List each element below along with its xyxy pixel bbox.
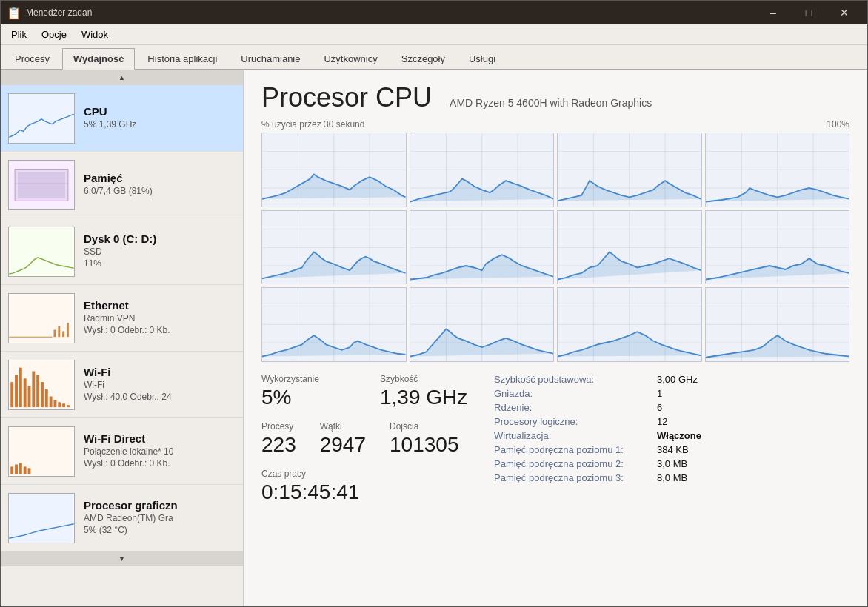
info-row-5: Pamięć podręczna poziomu 1: 384 KB [494,444,849,455]
core-svg-11 [706,288,849,361]
info-key-6: Pamięć podręczna poziomu 2: [494,458,657,469]
disk-thumbnail [8,227,75,277]
detail-title: Procesor CPU [261,82,432,113]
gpu-sub2: 5% (32 °C) [84,525,236,535]
threads-block: Wątki 2947 [320,421,366,457]
ethernet-info: Ethernet Radmin VPN Wysł.: 0 Odebr.: 0 K… [84,299,236,337]
info-val-7: 8,0 MB [657,472,687,483]
svg-rect-24 [58,402,61,407]
sidebar-item-wifidirect[interactable]: Wi-Fi Direct Połączenie lokalne* 10 Wysł… [1,418,243,485]
core-chart-11 [705,287,850,362]
menu-bar: Plik Opcje Widok [1,24,867,45]
threads-value: 2947 [320,433,366,457]
svg-rect-30 [19,463,22,474]
core-svg-9 [410,288,554,361]
ethernet-name: Ethernet [84,299,236,312]
sidebar-item-wifi[interactable]: Wi-Fi Wi-Fi Wysł.: 40,0 Odebr.: 24 [1,352,243,418]
info-row-0: Szybkość podstawowa: 3,00 GHz [494,374,849,385]
utilization-value: 5% [261,386,350,409]
sidebar-item-disk[interactable]: Dysk 0 (C: D:) SSD 11% [1,218,243,285]
svg-rect-23 [54,400,57,407]
chevron-up-icon: ▲ [118,74,125,81]
menu-plik[interactable]: Plik [4,26,34,43]
memory-sub1: 6,0/7,4 GB (81%) [84,186,236,196]
sidebar-item-gpu[interactable]: Procesor graficzn AMD Radeon(TM) Gra 5% … [1,485,243,551]
disk-info: Dysk 0 (C: D:) SSD 11% [84,232,236,270]
sidebar-scroll-up[interactable]: ▲ [1,70,243,85]
info-key-3: Procesory logiczne: [494,416,657,427]
menu-widok[interactable]: Widok [74,26,116,43]
svg-rect-15 [19,367,22,406]
ethernet-sub1: Radmin VPN [84,313,236,323]
detail-header: Procesor CPU AMD Ryzen 5 4600H with Rade… [261,82,849,113]
utilization-block: Wykorzystanie 5% [261,374,350,409]
gpu-info: Procesor graficzn AMD Radeon(TM) Gra 5% … [84,499,236,537]
wifi-sub1: Wi-Fi [84,380,236,390]
sidebar-scroll-down[interactable]: ▼ [1,551,243,566]
svg-rect-3 [18,172,65,198]
info-row-6: Pamięć podręczna poziomu 2: 3,0 MB [494,458,849,469]
uptime-block: Czas pracy 0:15:45:41 [261,469,494,504]
close-button[interactable]: ✕ [827,1,861,24]
core-svg-8 [262,288,406,361]
memory-info: Pamięć 6,0/7,4 GB (81%) [84,172,236,198]
speed-label: Szybkość [380,374,469,384]
sidebar-item-ethernet[interactable]: Ethernet Radmin VPN Wysł.: 0 Odebr.: 0 K… [1,285,243,352]
wifi-mini-chart [9,360,74,409]
processes-row: Procesy 223 Wątki 2947 Dojścia 101305 [261,421,494,457]
stats-section: Wykorzystanie 5% Szybkość 1,39 GHz Proce… [261,374,494,516]
sidebar-item-memory[interactable]: Pamięć 6,0/7,4 GB (81%) [1,152,243,218]
gpu-thumbnail [8,493,75,543]
core-svg-3 [706,133,849,207]
tab-uzytkownicy[interactable]: Użytkownicy [313,48,388,69]
ethernet-mini-chart [9,294,74,343]
detail-panel: Procesor CPU AMD Ryzen 5 4600H with Rade… [244,70,867,606]
svg-rect-20 [41,382,44,407]
stats-row: Wykorzystanie 5% Szybkość 1,39 GHz [261,374,494,409]
info-row-4: Wirtualizacja: Włączone [494,430,849,441]
app-icon: 📋 [7,6,21,20]
sidebar-item-cpu[interactable]: CPU 5% 1,39 GHz [1,85,243,152]
tab-historia[interactable]: Historia aplikacji [136,48,228,69]
tab-uruchamianie[interactable]: Uruchamianie [230,48,311,69]
title-bar-controls: – □ ✕ [756,1,861,24]
cpu-name: CPU [84,105,236,118]
tab-bar: Procesy Wydajność Historia aplikacji Uru… [1,45,867,70]
minimize-button[interactable]: – [756,1,790,24]
info-key-0: Szybkość podstawowa: [494,374,657,385]
tab-procesy[interactable]: Procesy [4,48,61,69]
tab-szczegoly[interactable]: Szczegóły [390,48,456,69]
core-svg-5 [410,211,554,284]
title-bar-left: 📋 Menedżer zadań [7,6,92,20]
info-val-6: 3,0 MB [657,458,687,469]
info-val-4: Włączone [657,430,701,441]
cores-grid [261,133,849,362]
core-chart-1 [410,133,555,207]
main-window: 📋 Menedżer zadań – □ ✕ Plik Opcje Widok … [0,0,868,607]
info-val-1: 1 [657,388,662,399]
info-key-7: Pamięć podręczna poziomu 3: [494,472,657,483]
info-val-0: 3,00 GHz [657,374,698,385]
info-row-7: Pamięć podręczna poziomu 3: 8,0 MB [494,472,849,483]
uptime-value: 0:15:45:41 [261,480,494,504]
core-svg-1 [410,133,554,207]
svg-rect-26 [67,405,70,407]
cpu-sub1: 5% 1,39 GHz [84,119,236,130]
bottom-section: Wykorzystanie 5% Szybkość 1,39 GHz Proce… [261,374,849,516]
svg-rect-27 [9,427,73,476]
main-content: ▲ CPU 5% 1,39 GHz [1,70,867,606]
disk-name: Dysk 0 (C: D:) [84,232,236,245]
ethernet-thumbnail [8,293,75,343]
info-section: Szybkość podstawowa: 3,00 GHz Gniazda: 1… [494,374,849,516]
maximize-button[interactable]: □ [792,1,826,24]
wifi-name: Wi-Fi [84,366,236,378]
core-svg-10 [558,288,701,361]
tab-uslugi[interactable]: Usługi [458,48,507,69]
menu-opcje[interactable]: Opcje [34,26,74,43]
tab-wydajnosc[interactable]: Wydajność [62,48,135,70]
svg-rect-13 [10,382,13,407]
disk-mini-chart [9,227,74,276]
core-svg-2 [558,133,701,207]
handles-block: Dojścia 101305 [390,421,458,457]
svg-rect-5 [9,227,73,276]
